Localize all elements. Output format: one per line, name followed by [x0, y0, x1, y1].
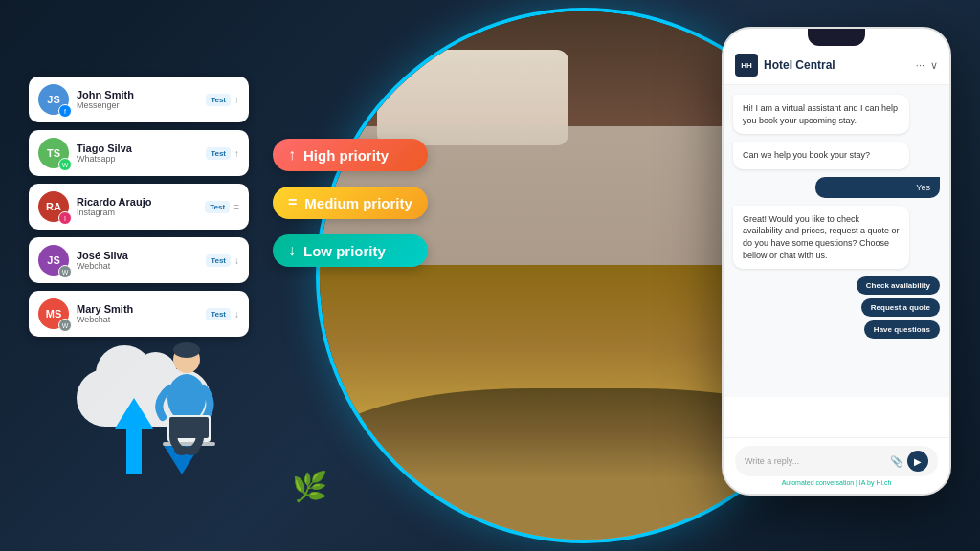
chat-item-john-smith[interactable]: JS f John Smith Messenger Test ↑: [29, 77, 249, 122]
chat-body: Hi! I am a virtual assistant and I can h…: [724, 85, 949, 397]
chat-item-jose-silva[interactable]: JS W José Silva Webchat Test ↓: [29, 237, 249, 283]
svg-point-7: [184, 446, 199, 455]
chat-name: Ricardo Araujo: [77, 196, 197, 208]
chat-arrow-icon: =: [234, 202, 239, 212]
chat-tag: Test: [205, 201, 230, 213]
medium-priority-icon: =: [288, 194, 297, 211]
hotel-name: Hotel Central: [764, 58, 835, 72]
platform-badge-whatsapp: W: [58, 158, 72, 171]
chat-arrow-icon: ↓: [234, 255, 239, 266]
high-priority-label: High priority: [303, 147, 389, 164]
chat-name: Mary Smith: [77, 303, 198, 315]
avatar-initials: JS: [47, 94, 59, 105]
svg-point-2: [167, 374, 206, 422]
chat-tag: Test: [206, 308, 231, 320]
phone-footer: Write a reply... 📎 ▶ Automated conversat…: [724, 437, 949, 494]
phone-mockup: HH Hotel Central ··· ∨ Hi! I am a virtua…: [722, 27, 951, 496]
reply-icons: 📎 ▶: [890, 451, 928, 472]
priority-section: ↑ High priority = Medium priority ↓ Low …: [273, 139, 428, 267]
chat-name: John Smith: [77, 89, 198, 100]
more-icon[interactable]: ···: [916, 59, 924, 71]
chat-item-ricardo-araujo[interactable]: RA I Ricardo Araujo Instagram Test =: [29, 184, 249, 230]
low-priority-icon: ↓: [288, 242, 296, 259]
platform-badge-messenger: f: [58, 104, 72, 118]
chat-arrow-icon: ↑: [234, 95, 239, 105]
chat-platform: Webchat: [77, 315, 198, 324]
chat-info-mary-smith: Mary Smith Webchat: [77, 303, 198, 324]
chat-tag: Test: [206, 254, 231, 267]
phone-header: HH Hotel Central ··· ∨: [724, 46, 949, 85]
phone-header-icons: ··· ∨: [916, 59, 938, 72]
arrow-up-icon: [115, 398, 153, 474]
bot-message-3: Great! Would you like to check availabil…: [733, 206, 909, 269]
chat-item-mary-smith[interactable]: MS W Mary Smith Webchat Test ↓: [29, 291, 249, 337]
high-priority-badge: ↑ High priority: [273, 139, 428, 171]
platform-badge-webchat: W: [58, 265, 72, 278]
chat-platform: Instagram: [77, 208, 197, 217]
hotel-logo-area: HH Hotel Central: [735, 54, 835, 77]
chat-actions: Test ↓: [206, 308, 239, 320]
chat-platform: Webchat: [77, 261, 198, 271]
request-quote-button[interactable]: Request a quote: [861, 298, 940, 317]
chat-name: Tiago Silva: [77, 143, 198, 154]
automated-conversation-tag: Automated conversation | IA by Hi.ch: [735, 479, 938, 486]
bot-message-2: Can we help you book your stay?: [733, 142, 909, 169]
user-message-1: Yes: [815, 177, 940, 198]
chat-arrow-icon: ↓: [234, 309, 239, 320]
avatar-jose-silva: JS W: [38, 245, 69, 276]
chat-info-jose-silva: José Silva Webchat: [77, 250, 198, 271]
platform-badge-webchat2: W: [58, 319, 72, 332]
chat-info-john-smith: John Smith Messenger: [77, 89, 198, 110]
bot-message-1: Hi! I am a virtual assistant and I can h…: [733, 95, 909, 134]
chat-arrow-icon: ↑: [234, 148, 239, 159]
chat-info-tiago-silva: Tiago Silva Whatsapp: [77, 143, 198, 164]
attachment-icon[interactable]: 📎: [890, 455, 903, 468]
chat-tag: Test: [206, 94, 231, 106]
chat-item-tiago-silva[interactable]: TS W Tiago Silva Whatsapp Test ↑: [29, 130, 249, 176]
svg-point-1: [173, 342, 200, 358]
avatar-initials: RA: [46, 201, 61, 212]
chat-name: José Silva: [77, 250, 198, 261]
chat-actions: Test ↓: [206, 254, 239, 267]
send-button[interactable]: ▶: [907, 451, 928, 472]
hotel-logo-icon: HH: [735, 54, 758, 77]
medium-priority-badge: = Medium priority: [273, 187, 428, 219]
quick-actions: Check availability Request a quote Have …: [733, 276, 940, 339]
reply-placeholder: Write a reply...: [745, 456, 884, 466]
plant-illustration: 🌿: [292, 470, 327, 503]
person-illustration: [148, 341, 225, 465]
chat-info-ricardo-araujo: Ricardo Araujo Instagram: [77, 196, 197, 217]
chat-actions: Test ↑: [206, 94, 239, 106]
chat-platform: Messenger: [77, 100, 198, 110]
avatar-ricardo-araujo: RA I: [38, 191, 69, 222]
medium-priority-label: Medium priority: [304, 195, 412, 211]
high-priority-icon: ↑: [288, 146, 296, 164]
have-questions-button[interactable]: Have questions: [864, 320, 940, 339]
low-priority-badge: ↓ Low priority: [273, 234, 428, 267]
check-availability-button[interactable]: Check availability: [857, 276, 940, 295]
collapse-icon[interactable]: ∨: [930, 59, 938, 72]
avatar-initials: MS: [46, 308, 62, 320]
chat-actions: Test ↑: [206, 147, 239, 160]
chat-actions: Test =: [205, 201, 239, 213]
avatar-mary-smith: MS W: [38, 298, 69, 329]
reply-input-area[interactable]: Write a reply... 📎 ▶: [735, 446, 938, 476]
avatar-john-smith: JS f: [38, 84, 69, 115]
avatar-tiago-silva: TS W: [38, 138, 69, 168]
chat-list-panel: JS f John Smith Messenger Test ↑ TS W Ti…: [29, 77, 249, 344]
phone-notch: [808, 29, 865, 46]
chat-tag: Test: [206, 147, 231, 160]
avatar-initials: TS: [47, 147, 60, 159]
avatar-initials: JS: [47, 254, 59, 266]
low-priority-label: Low priority: [303, 243, 386, 259]
chat-platform: Whatsapp: [77, 154, 198, 164]
platform-badge-instagram: I: [58, 211, 72, 225]
